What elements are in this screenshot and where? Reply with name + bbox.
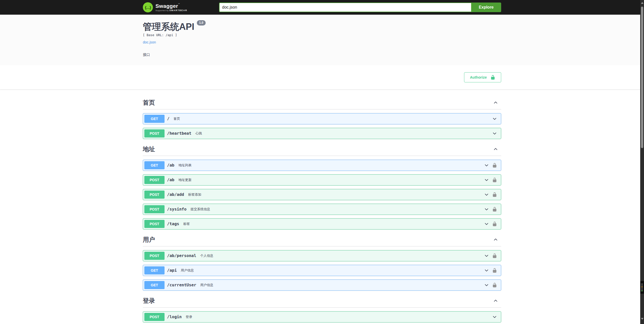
tag-header[interactable]: 登录 bbox=[143, 294, 501, 308]
operation-description: 标签 bbox=[183, 222, 190, 226]
chevron-up-icon[interactable] bbox=[493, 100, 498, 105]
method-badge: POST bbox=[144, 176, 165, 184]
api-tag-section: 用户 POST /ab/personal 个人信息 GET /api bbox=[143, 233, 501, 291]
operation-row: GET / 首页 bbox=[143, 113, 501, 124]
method-badge: POST bbox=[144, 313, 165, 321]
unlock-icon[interactable] bbox=[492, 192, 497, 197]
operation-summary-bar[interactable]: POST /ab 地址更新 bbox=[143, 175, 501, 185]
method-badge: POST bbox=[144, 191, 165, 199]
scrollbar-thumb[interactable] bbox=[641, 7, 643, 148]
operation-row: GET /ab 地址列表 bbox=[143, 160, 501, 171]
operation-description: 首页 bbox=[174, 117, 180, 121]
scroll-down-arrow[interactable] bbox=[641, 318, 643, 320]
tag-header[interactable]: 地址 bbox=[143, 143, 501, 156]
operation-description: 提交系统信息 bbox=[191, 207, 210, 212]
unlock-icon[interactable] bbox=[492, 253, 497, 258]
operation-description: 地址列表 bbox=[178, 163, 192, 168]
unlock-icon[interactable] bbox=[492, 177, 497, 182]
operation-summary-bar[interactable]: GET /api 用户信息 bbox=[143, 265, 501, 276]
version-badge: 1.0 bbox=[197, 20, 206, 26]
operation-description: 用户信息 bbox=[200, 283, 213, 287]
operation-row: GET /currentUser 用户信息 bbox=[143, 280, 501, 291]
scrollbar[interactable] bbox=[640, 0, 644, 324]
operation-description: 用户信息 bbox=[181, 268, 194, 273]
chevron-down-icon[interactable] bbox=[492, 314, 497, 319]
tag-header[interactable]: 用户 bbox=[143, 233, 501, 246]
api-title: 管理系统API 1.0 bbox=[143, 22, 501, 32]
operation-summary-bar[interactable]: POST /heartbeat 心跳 bbox=[143, 128, 501, 139]
operation-row: POST /ab/personal 个人信息 bbox=[143, 250, 501, 261]
unlock-icon[interactable] bbox=[492, 221, 497, 226]
chevron-down-icon[interactable] bbox=[492, 116, 497, 121]
authorize-label: Authorize bbox=[470, 75, 487, 79]
operation-summary-bar[interactable]: POST /ab/add 标签添加 bbox=[143, 189, 501, 200]
tag-title: 登录 bbox=[143, 297, 155, 305]
operation-row: POST /login 登录 bbox=[143, 311, 501, 322]
chevron-down-icon[interactable] bbox=[492, 131, 497, 136]
operation-summary-bar[interactable]: GET / 首页 bbox=[143, 113, 501, 124]
operation-description: 标签添加 bbox=[188, 192, 201, 197]
chevron-down-icon[interactable] bbox=[484, 253, 489, 258]
chevron-down-icon[interactable] bbox=[484, 221, 489, 226]
api-tag-section: 首页 GET / 首页 POST /heartbeat 心跳 bbox=[143, 96, 501, 139]
spec-url-form: Explore bbox=[219, 3, 501, 12]
operation-summary-bar[interactable]: POST /ab/personal 个人信息 bbox=[143, 250, 501, 261]
api-tag-section: 登录 POST /login 登录 POST /loginstatus bbox=[143, 294, 501, 324]
logo-subtitle: Supported by SMARTBEAR bbox=[155, 9, 187, 12]
operation-description: 个人信息 bbox=[200, 253, 213, 258]
unlock-icon[interactable] bbox=[492, 283, 497, 288]
operation-row: POST /ab 地址更新 bbox=[143, 174, 501, 186]
api-description: 接口 bbox=[143, 53, 501, 57]
operation-row: POST /tags 标签 bbox=[143, 218, 501, 229]
spec-link[interactable]: doc.json bbox=[143, 40, 156, 44]
operation-summary-bar[interactable]: GET /currentUser 用户信息 bbox=[143, 280, 501, 290]
operation-description: 登录 bbox=[186, 315, 192, 319]
method-badge: POST bbox=[144, 220, 165, 228]
chevron-down-icon[interactable] bbox=[484, 192, 489, 197]
chevron-down-icon[interactable] bbox=[484, 268, 489, 273]
operation-path: /tags bbox=[167, 221, 179, 226]
method-badge: GET bbox=[144, 266, 165, 274]
unlock-icon[interactable] bbox=[492, 207, 497, 212]
operation-description: 心跳 bbox=[195, 131, 202, 136]
operation-row: POST /ab/add 标签添加 bbox=[143, 189, 501, 200]
unlock-icon[interactable] bbox=[492, 163, 497, 168]
operation-row: GET /api 用户信息 bbox=[143, 265, 501, 276]
tag-header[interactable]: 首页 bbox=[143, 96, 501, 109]
operation-path: /ab/add bbox=[167, 192, 184, 197]
method-badge: POST bbox=[144, 252, 165, 260]
operation-path: /ab bbox=[167, 163, 174, 168]
unlock-icon[interactable] bbox=[492, 268, 497, 273]
swagger-logo-icon: {…} bbox=[143, 2, 153, 12]
info-section: 管理系统API 1.0 [ Base URL: /api ] doc.json … bbox=[0, 15, 644, 65]
operations-list: 首页 GET / 首页 POST /heartbeat 心跳 bbox=[138, 89, 506, 324]
chevron-up-icon[interactable] bbox=[493, 237, 498, 242]
chevron-down-icon[interactable] bbox=[484, 283, 489, 288]
tag-title: 地址 bbox=[143, 145, 155, 153]
spec-url-input[interactable] bbox=[219, 3, 471, 12]
operation-path: /api bbox=[167, 268, 177, 273]
chevron-down-icon[interactable] bbox=[484, 207, 489, 212]
scrollbar-minimap bbox=[640, 281, 644, 294]
chevron-up-icon[interactable] bbox=[493, 298, 498, 303]
operation-row: POST /heartbeat 心跳 bbox=[143, 128, 501, 139]
operation-summary-bar[interactable]: POST /tags 标签 bbox=[143, 219, 501, 229]
operation-path: /ab bbox=[167, 177, 174, 182]
chevron-down-icon[interactable] bbox=[484, 163, 489, 168]
chevron-down-icon[interactable] bbox=[484, 177, 489, 182]
base-url: [ Base URL: /api ] bbox=[143, 33, 501, 37]
topbar: {…} Swagger™ Supported by SMARTBEAR Expl… bbox=[0, 0, 644, 15]
explore-button[interactable]: Explore bbox=[471, 3, 501, 12]
logo-title: Swagger™ bbox=[155, 3, 187, 9]
chevron-up-icon[interactable] bbox=[493, 147, 498, 152]
operation-summary-bar[interactable]: GET /ab 地址列表 bbox=[143, 160, 501, 171]
authorize-button[interactable]: Authorize bbox=[464, 72, 501, 82]
operation-summary-bar[interactable]: POST /sysinfo 提交系统信息 bbox=[143, 204, 501, 215]
operation-path: /currentUser bbox=[167, 283, 196, 287]
operation-path: /ab/personal bbox=[167, 253, 196, 258]
tag-title: 首页 bbox=[143, 99, 155, 107]
swagger-logo: {…} Swagger™ Supported by SMARTBEAR bbox=[143, 2, 187, 12]
operation-summary-bar[interactable]: POST /login 登录 bbox=[143, 312, 501, 322]
scroll-up-arrow[interactable] bbox=[641, 2, 643, 4]
operation-path: /login bbox=[167, 314, 182, 319]
